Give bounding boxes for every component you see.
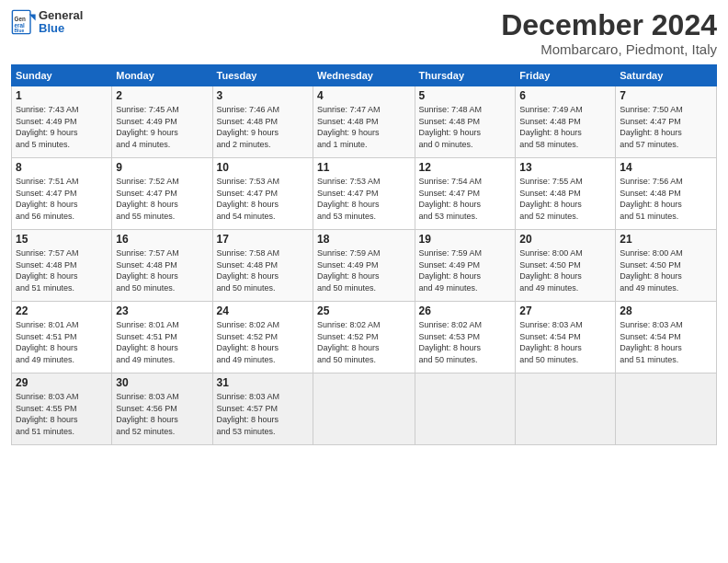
location: Mombarcaro, Piedmont, Italy (501, 41, 717, 57)
calendar-cell: 12Sunrise: 7:54 AM Sunset: 4:47 PM Dayli… (415, 158, 516, 230)
day-detail: Sunrise: 7:43 AM Sunset: 4:49 PM Dayligh… (16, 104, 108, 150)
day-detail: Sunrise: 7:50 AM Sunset: 4:47 PM Dayligh… (620, 104, 712, 150)
day-detail: Sunrise: 8:01 AM Sunset: 4:51 PM Dayligh… (16, 319, 108, 365)
day-number: 8 (16, 161, 108, 174)
calendar-cell: 4Sunrise: 7:47 AM Sunset: 4:48 PM Daylig… (313, 86, 415, 158)
day-detail: Sunrise: 8:02 AM Sunset: 4:53 PM Dayligh… (419, 319, 512, 365)
month-title: December 2024 (501, 9, 717, 41)
logo-text: General Blue (39, 9, 83, 36)
calendar-cell: 5Sunrise: 7:48 AM Sunset: 4:48 PM Daylig… (415, 86, 516, 158)
day-number: 9 (116, 161, 208, 174)
day-number: 20 (519, 233, 611, 246)
calendar-cell: 31Sunrise: 8:03 AM Sunset: 4:57 PM Dayli… (212, 373, 313, 445)
day-detail: Sunrise: 7:53 AM Sunset: 4:47 PM Dayligh… (217, 176, 309, 222)
calendar-cell: 23Sunrise: 8:01 AM Sunset: 4:51 PM Dayli… (112, 302, 212, 373)
logo-icon: Gen eral Blue (11, 9, 37, 35)
day-detail: Sunrise: 8:00 AM Sunset: 4:50 PM Dayligh… (519, 247, 611, 293)
day-number: 13 (519, 161, 611, 174)
day-number: 26 (419, 304, 512, 317)
day-number: 15 (16, 233, 108, 246)
day-detail: Sunrise: 7:59 AM Sunset: 4:49 PM Dayligh… (419, 247, 512, 293)
col-saturday: Saturday (616, 65, 717, 86)
day-number: 16 (116, 233, 208, 246)
calendar-cell (516, 373, 616, 445)
logo-general: General (39, 9, 83, 22)
day-detail: Sunrise: 8:01 AM Sunset: 4:51 PM Dayligh… (116, 319, 208, 365)
day-detail: Sunrise: 8:02 AM Sunset: 4:52 PM Dayligh… (317, 319, 410, 365)
day-detail: Sunrise: 7:57 AM Sunset: 4:48 PM Dayligh… (116, 247, 208, 293)
svg-text:Blue: Blue (15, 29, 25, 33)
calendar-table: Sunday Monday Tuesday Wednesday Thursday… (11, 64, 717, 445)
day-number: 25 (317, 304, 410, 317)
day-number: 11 (317, 161, 410, 174)
day-number: 14 (620, 161, 712, 174)
day-number: 18 (317, 233, 410, 246)
calendar-cell (616, 373, 717, 445)
calendar-cell: 15Sunrise: 7:57 AM Sunset: 4:48 PM Dayli… (12, 230, 112, 302)
day-detail: Sunrise: 7:51 AM Sunset: 4:47 PM Dayligh… (16, 176, 108, 222)
day-detail: Sunrise: 7:54 AM Sunset: 4:47 PM Dayligh… (419, 176, 512, 222)
main-container: Gen eral Blue General Blue December 2024… (0, 0, 728, 454)
day-number: 6 (519, 89, 611, 102)
calendar-week-1: 1Sunrise: 7:43 AM Sunset: 4:49 PM Daylig… (12, 86, 717, 158)
day-number: 29 (16, 376, 108, 389)
calendar-cell: 26Sunrise: 8:02 AM Sunset: 4:53 PM Dayli… (415, 302, 516, 373)
calendar-cell: 8Sunrise: 7:51 AM Sunset: 4:47 PM Daylig… (12, 158, 112, 230)
day-number: 31 (217, 376, 309, 389)
calendar-cell: 19Sunrise: 7:59 AM Sunset: 4:49 PM Dayli… (415, 230, 516, 302)
calendar-cell: 10Sunrise: 7:53 AM Sunset: 4:47 PM Dayli… (212, 158, 313, 230)
calendar-cell: 2Sunrise: 7:45 AM Sunset: 4:49 PM Daylig… (112, 86, 212, 158)
day-detail: Sunrise: 8:00 AM Sunset: 4:50 PM Dayligh… (620, 247, 712, 293)
calendar-cell: 27Sunrise: 8:03 AM Sunset: 4:54 PM Dayli… (516, 302, 616, 373)
calendar-cell: 30Sunrise: 8:03 AM Sunset: 4:56 PM Dayli… (112, 373, 212, 445)
day-number: 1 (16, 89, 108, 102)
calendar-cell: 3Sunrise: 7:46 AM Sunset: 4:48 PM Daylig… (212, 86, 313, 158)
day-detail: Sunrise: 7:47 AM Sunset: 4:48 PM Dayligh… (317, 104, 410, 150)
calendar-cell: 1Sunrise: 7:43 AM Sunset: 4:49 PM Daylig… (12, 86, 112, 158)
day-number: 7 (620, 89, 712, 102)
col-thursday: Thursday (415, 65, 516, 86)
calendar-cell: 13Sunrise: 7:55 AM Sunset: 4:48 PM Dayli… (516, 158, 616, 230)
col-sunday: Sunday (12, 65, 112, 86)
day-detail: Sunrise: 7:56 AM Sunset: 4:48 PM Dayligh… (620, 176, 712, 222)
calendar-week-4: 22Sunrise: 8:01 AM Sunset: 4:51 PM Dayli… (12, 302, 717, 373)
calendar-cell: 11Sunrise: 7:53 AM Sunset: 4:47 PM Dayli… (313, 158, 415, 230)
calendar-cell: 14Sunrise: 7:56 AM Sunset: 4:48 PM Dayli… (616, 158, 717, 230)
day-detail: Sunrise: 7:45 AM Sunset: 4:49 PM Dayligh… (116, 104, 208, 150)
day-detail: Sunrise: 8:03 AM Sunset: 4:54 PM Dayligh… (519, 319, 611, 365)
col-wednesday: Wednesday (313, 65, 415, 86)
day-number: 19 (419, 233, 512, 246)
day-detail: Sunrise: 7:48 AM Sunset: 4:48 PM Dayligh… (419, 104, 512, 150)
calendar-cell: 25Sunrise: 8:02 AM Sunset: 4:52 PM Dayli… (313, 302, 415, 373)
logo-blue: Blue (39, 22, 83, 35)
calendar-cell: 6Sunrise: 7:49 AM Sunset: 4:48 PM Daylig… (516, 86, 616, 158)
day-number: 17 (217, 233, 309, 246)
col-tuesday: Tuesday (212, 65, 313, 86)
day-detail: Sunrise: 8:03 AM Sunset: 4:55 PM Dayligh… (16, 391, 108, 437)
day-detail: Sunrise: 7:46 AM Sunset: 4:48 PM Dayligh… (217, 104, 309, 150)
day-number: 21 (620, 233, 712, 246)
day-detail: Sunrise: 8:03 AM Sunset: 4:54 PM Dayligh… (620, 319, 712, 365)
calendar-cell: 21Sunrise: 8:00 AM Sunset: 4:50 PM Dayli… (616, 230, 717, 302)
calendar-cell: 9Sunrise: 7:52 AM Sunset: 4:47 PM Daylig… (112, 158, 212, 230)
day-number: 12 (419, 161, 512, 174)
day-detail: Sunrise: 7:59 AM Sunset: 4:49 PM Dayligh… (317, 247, 410, 293)
calendar-cell: 24Sunrise: 8:02 AM Sunset: 4:52 PM Dayli… (212, 302, 313, 373)
calendar-week-5: 29Sunrise: 8:03 AM Sunset: 4:55 PM Dayli… (12, 373, 717, 445)
day-number: 23 (116, 304, 208, 317)
day-number: 30 (116, 376, 208, 389)
day-detail: Sunrise: 7:57 AM Sunset: 4:48 PM Dayligh… (16, 247, 108, 293)
calendar-cell: 22Sunrise: 8:01 AM Sunset: 4:51 PM Dayli… (12, 302, 112, 373)
calendar-week-2: 8Sunrise: 7:51 AM Sunset: 4:47 PM Daylig… (12, 158, 717, 230)
day-number: 5 (419, 89, 512, 102)
day-number: 24 (217, 304, 309, 317)
day-detail: Sunrise: 7:49 AM Sunset: 4:48 PM Dayligh… (519, 104, 611, 150)
day-number: 28 (620, 304, 712, 317)
header: Gen eral Blue General Blue December 2024… (11, 9, 717, 57)
day-number: 2 (116, 89, 208, 102)
day-number: 3 (217, 89, 309, 102)
day-number: 22 (16, 304, 108, 317)
calendar-cell (313, 373, 415, 445)
col-friday: Friday (516, 65, 616, 86)
day-detail: Sunrise: 7:52 AM Sunset: 4:47 PM Dayligh… (116, 176, 208, 222)
